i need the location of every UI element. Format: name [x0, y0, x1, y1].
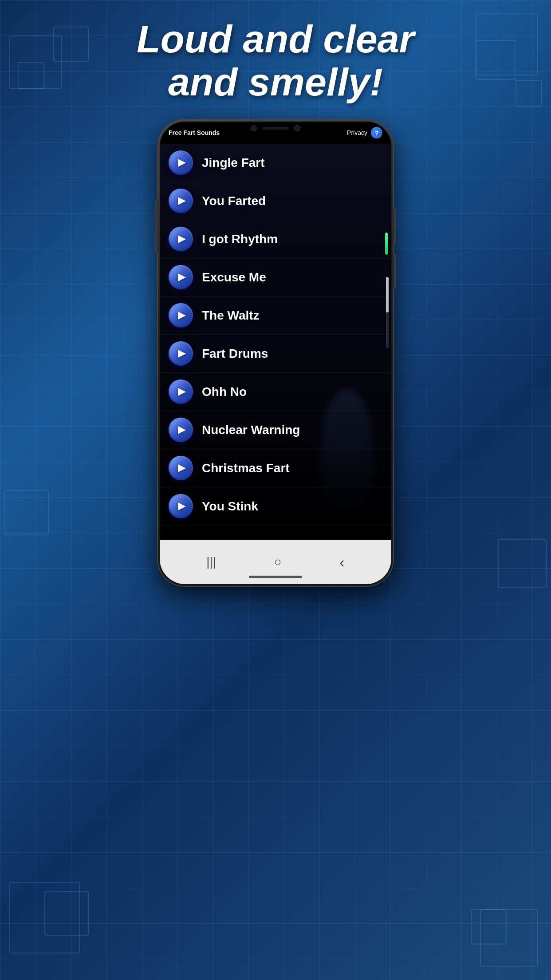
play-button-3[interactable]: [169, 227, 193, 251]
sound-item-1[interactable]: Jingle Fart: [160, 144, 391, 182]
app-header: Loud and clear and smelly!: [0, 18, 551, 104]
play-icon-1: [178, 159, 186, 167]
play-button-9[interactable]: [169, 456, 193, 480]
play-icon-7: [178, 388, 186, 396]
phone-notch: [236, 122, 315, 135]
play-button-4[interactable]: [169, 265, 193, 289]
play-button-10[interactable]: [169, 494, 193, 518]
play-icon-2: [178, 197, 186, 205]
sound-item-3[interactable]: I got Rhythm: [160, 220, 391, 258]
play-icon-8: [178, 426, 186, 434]
sensor: [294, 125, 300, 131]
sound-name-3: I got Rhythm: [202, 232, 278, 246]
sound-name-6: Fart Drums: [202, 347, 268, 361]
header-title: Loud and clear and smelly!: [0, 18, 551, 104]
sound-name-7: Ohh No: [202, 385, 247, 399]
play-button-5[interactable]: [169, 303, 193, 328]
ghost-decoration: [320, 389, 374, 513]
play-icon-9: [178, 464, 186, 472]
recent-apps-button[interactable]: |||: [206, 555, 216, 569]
sound-name-2: You Farted: [202, 194, 266, 208]
sound-name-10: You Stink: [202, 499, 258, 514]
privacy-button[interactable]: Privacy: [347, 129, 367, 136]
play-icon-6: [178, 350, 186, 358]
speaker-grill: [262, 127, 289, 130]
home-button[interactable]: ○: [274, 555, 282, 569]
play-button-2[interactable]: [169, 189, 193, 213]
back-button[interactable]: ‹: [339, 553, 344, 571]
sound-name-1: Jingle Fart: [202, 156, 265, 170]
play-button-8[interactable]: [169, 418, 193, 442]
play-icon-3: [178, 235, 186, 243]
deco-square: [471, 909, 507, 944]
play-button-1[interactable]: [169, 150, 193, 175]
scrollbar[interactable]: [386, 277, 389, 348]
sound-list: Jingle FartYou FartedI got RhythmExcuse …: [160, 144, 391, 540]
phone-outer-shell: Free Fart Sounds Privacy ? Jingle FartYo…: [158, 120, 393, 586]
deco-square: [44, 891, 89, 936]
sound-item-2[interactable]: You Farted: [160, 182, 391, 220]
sound-name-4: Excuse Me: [202, 270, 266, 285]
power-button-2: [393, 253, 396, 288]
deco-square: [498, 539, 547, 588]
deco-square: [4, 490, 49, 534]
front-camera: [251, 125, 257, 131]
accent-indicator: [385, 233, 388, 255]
volume-button: [155, 200, 158, 253]
status-bar-actions: Privacy ?: [347, 127, 382, 138]
home-indicator-bar: [249, 576, 302, 578]
phone-mockup: Free Fart Sounds Privacy ? Jingle FartYo…: [158, 120, 393, 586]
power-button: [393, 209, 396, 244]
play-button-7[interactable]: [169, 379, 193, 404]
play-icon-10: [178, 502, 186, 510]
play-icon-4: [178, 273, 186, 281]
scrollbar-thumb: [386, 277, 389, 312]
sound-item-4[interactable]: Excuse Me: [160, 258, 391, 296]
help-button[interactable]: ?: [371, 127, 382, 138]
sound-item-5[interactable]: The Waltz: [160, 296, 391, 335]
sound-name-9: Christmas Fart: [202, 461, 290, 475]
sound-item-6[interactable]: Fart Drums: [160, 335, 391, 373]
app-name-label: Free Fart Sounds: [169, 129, 220, 136]
sound-name-5: The Waltz: [202, 308, 260, 323]
play-icon-5: [178, 312, 186, 320]
play-button-6[interactable]: [169, 341, 193, 366]
phone-screen: Free Fart Sounds Privacy ? Jingle FartYo…: [160, 122, 391, 584]
sound-name-8: Nuclear Warning: [202, 423, 300, 437]
